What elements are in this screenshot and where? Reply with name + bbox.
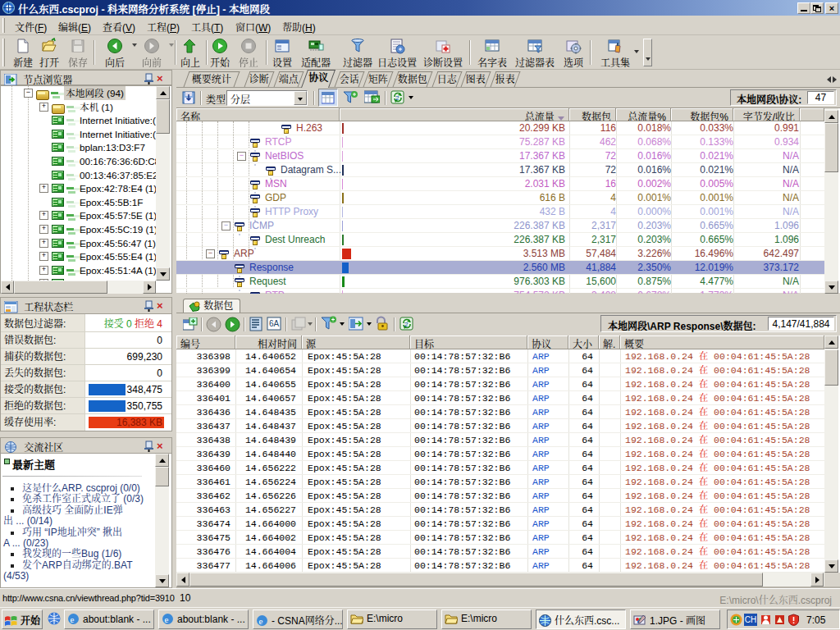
svg-text:e: e [259, 616, 263, 626]
svg-text:6A: 6A [269, 319, 280, 328]
svg-text:e: e [165, 614, 169, 624]
svg-text:2: 2 [395, 94, 399, 102]
svg-text:2: 2 [404, 321, 409, 328]
svg-text:e: e [71, 614, 75, 624]
